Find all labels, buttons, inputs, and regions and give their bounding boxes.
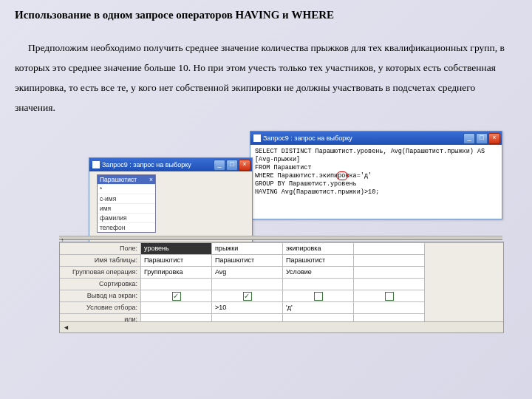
grid-cell[interactable] [354, 290, 425, 302]
row-label: Поле: [60, 243, 141, 255]
grid-cell[interactable] [354, 255, 425, 267]
grid-cell[interactable]: Группировка [141, 267, 212, 279]
close-icon[interactable]: × [149, 176, 153, 183]
field-row[interactable]: * [98, 184, 155, 194]
qbe-grid-window: Поле: уровень прыжки экипировка Имя табл… [59, 242, 504, 333]
design-window-title: Запрос9 : запрос на выборку [102, 161, 191, 168]
grid-cell[interactable] [141, 290, 212, 302]
close-button[interactable]: × [239, 160, 250, 171]
design-titlebar[interactable]: Запрос9 : запрос на выборку _ □ × [89, 158, 252, 171]
grid-cell[interactable]: уровень [141, 243, 212, 255]
grid-cell[interactable] [212, 290, 283, 302]
grid-cell[interactable]: Парашютист [283, 255, 354, 267]
minimize-button[interactable]: _ [463, 133, 475, 144]
row-label: Имя таблицы: [60, 255, 141, 267]
design-window: Запрос9 : запрос на выборку _ □ × Парашю… [89, 157, 253, 243]
grid-cell[interactable]: экипировка [283, 243, 354, 255]
grid-cell[interactable] [141, 279, 212, 290]
scroll-left-icon[interactable]: ◄ [60, 324, 72, 331]
checkbox[interactable] [385, 292, 394, 301]
row-label: Групповая операция: [60, 267, 141, 279]
table-name: Парашютист [100, 176, 137, 183]
grid-cell[interactable] [283, 279, 354, 290]
sql-text[interactable]: SELECT DISTINCT Парашютист.уровень, Avg(… [250, 145, 502, 219]
close-button[interactable]: × [488, 133, 500, 144]
grid-scrollbar[interactable]: ◄ [60, 321, 503, 332]
grid-cell[interactable] [354, 302, 425, 314]
grid-cell[interactable]: 'д' [283, 302, 354, 314]
qbe-grid[interactable]: Поле: уровень прыжки экипировка Имя табл… [60, 242, 503, 326]
grid-cell[interactable]: >10 [212, 302, 283, 314]
field-row[interactable]: с-имя [98, 194, 155, 203]
field-row[interactable]: телефон [98, 222, 155, 232]
grid-cell[interactable]: Avg [212, 267, 283, 279]
checkbox[interactable] [172, 292, 181, 301]
checkbox[interactable] [314, 292, 323, 301]
sql-window: Запрос9 : запрос на выборку _ □ × SELECT… [250, 131, 502, 219]
minimize-button[interactable]: _ [214, 160, 225, 171]
page-title: Использование в одном запросе операторов… [15, 9, 517, 21]
checkbox[interactable] [243, 292, 252, 301]
maximize-button[interactable]: □ [476, 133, 488, 144]
grid-cell[interactable]: прыжки [212, 243, 283, 255]
grid-cell[interactable]: Парашютист [212, 255, 283, 267]
sql-titlebar[interactable]: Запрос9 : запрос на выборку _ □ × [250, 132, 502, 145]
splitter[interactable] [59, 236, 502, 240]
grid-cell[interactable]: Условие [283, 267, 354, 279]
grid-cell[interactable] [354, 243, 425, 255]
sql-window-title: Запрос9 : запрос на выборку [263, 134, 352, 142]
window-icon [253, 134, 261, 142]
row-label: Условие отбора: [60, 302, 141, 314]
grid-cell[interactable]: Парашютист [141, 255, 212, 267]
maximize-button[interactable]: □ [226, 160, 238, 171]
grid-cell[interactable] [354, 279, 425, 290]
field-row[interactable]: фамилия [98, 213, 155, 222]
field-row[interactable]: имя [98, 203, 155, 213]
grid-cell[interactable] [212, 279, 283, 290]
row-label: Сортировка: [60, 279, 141, 290]
paragraph: Предположим необходимо получить среднее … [15, 38, 517, 117]
grid-cell[interactable] [283, 290, 354, 302]
table-card[interactable]: Парашютист × * с-имя имя фамилия телефон [97, 174, 156, 233]
row-label: Вывод на экран: [60, 290, 141, 302]
screenshot-area: Запрос9 : запрос на выборку _ □ × SELECT… [59, 131, 502, 352]
highlight-annotation [336, 171, 348, 180]
grid-cell[interactable] [354, 267, 425, 279]
grid-cell[interactable] [141, 302, 212, 314]
window-icon [92, 161, 100, 168]
